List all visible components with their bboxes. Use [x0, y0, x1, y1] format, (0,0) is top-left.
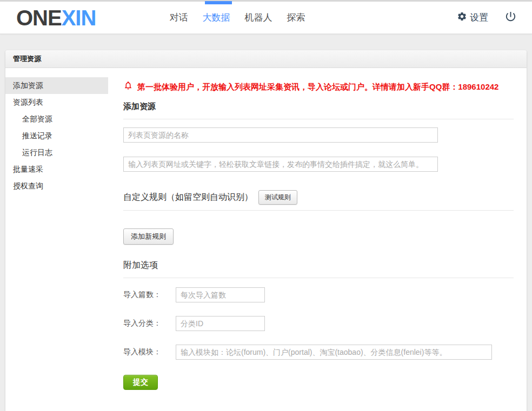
import-module-input[interactable] [176, 345, 492, 360]
sidebar: 添加资源 资源列表 全部资源 推送记录 运行日志 批量速采 授权查询 [5, 68, 108, 411]
option-row-import-category: 导入分类： [123, 316, 514, 331]
custom-rules-title: 自定义规则（如留空则自动识别） [123, 192, 253, 203]
logo-text-one: ONE [16, 6, 62, 30]
gear-icon [457, 11, 467, 24]
page-background: 管理资源 添加资源 资源列表 全部资源 推送记录 运行日志 批量速采 授权查询 … [0, 34, 532, 411]
settings-button[interactable]: 设置 [457, 11, 488, 24]
import-category-label: 导入分类： [123, 319, 176, 328]
add-rule-button[interactable]: 添加新规则 [123, 228, 174, 245]
notice-banner: 第一批体验用户，开放输入列表网址采集资讯，导入论坛或门户。详情请加入新手QQ群：… [123, 80, 514, 93]
test-rule-button[interactable]: 测试规则 [258, 190, 297, 205]
nav-tab-bigdata[interactable]: 大数据 [202, 11, 230, 24]
sidebar-item-run-logs[interactable]: 运行日志 [5, 144, 108, 161]
panel-title: 管理资源 [5, 50, 527, 68]
section-title-options: 附加选项 [123, 260, 514, 278]
settings-label: 设置 [470, 11, 488, 24]
nav-tab-dialog[interactable]: 对话 [169, 11, 188, 24]
main-content: 第一批体验用户，开放输入列表网址采集资讯，导入论坛或门户。详情请加入新手QQ群：… [108, 68, 527, 411]
sidebar-item-resource-list[interactable]: 资源列表 [5, 94, 108, 111]
sidebar-item-push-records[interactable]: 推送记录 [5, 127, 108, 144]
import-count-input[interactable] [176, 287, 265, 302]
logo[interactable]: ONEXIN [16, 7, 96, 29]
sidebar-item-batch-collect[interactable]: 批量速采 [5, 161, 108, 178]
sidebar-item-all-resources[interactable]: 全部资源 [5, 111, 108, 127]
submit-button[interactable]: 提交 [123, 375, 158, 390]
custom-rules-row: 自定义规则（如留空则自动识别） 测试规则 [123, 190, 514, 211]
power-button[interactable] [504, 10, 517, 25]
resource-url-input[interactable] [123, 157, 438, 172]
power-icon [504, 10, 517, 25]
nav-tab-explore[interactable]: 探索 [287, 11, 305, 24]
logo-text-xin: XIN [62, 6, 96, 30]
import-count-label: 导入篇数： [123, 290, 176, 300]
active-tab-indicator [205, 1, 232, 4]
option-row-import-module: 导入模块： [123, 345, 514, 360]
resource-name-input[interactable] [123, 127, 438, 143]
sidebar-item-auth-query[interactable]: 授权查询 [5, 178, 108, 194]
import-module-label: 导入模块： [123, 347, 176, 357]
notice-text: 第一批体验用户，开放输入列表网址采集资讯，导入论坛或门户。详情请加入新手QQ群：… [137, 81, 498, 93]
manage-resources-panel: 管理资源 添加资源 资源列表 全部资源 推送记录 运行日志 批量速采 授权查询 … [5, 50, 527, 411]
bell-icon [123, 80, 133, 93]
option-row-import-count: 导入篇数： [123, 287, 514, 302]
app-header: ONEXIN 对话 大数据 机器人 探索 设置 [0, 2, 532, 34]
sidebar-item-add-resource[interactable]: 添加资源 [5, 77, 108, 94]
main-nav: 对话 大数据 机器人 探索 [169, 11, 305, 24]
import-category-input[interactable] [176, 316, 265, 331]
section-title-add-resource: 添加资源 [123, 102, 514, 119]
header-right: 设置 [457, 10, 517, 25]
nav-tab-robot[interactable]: 机器人 [244, 11, 272, 24]
